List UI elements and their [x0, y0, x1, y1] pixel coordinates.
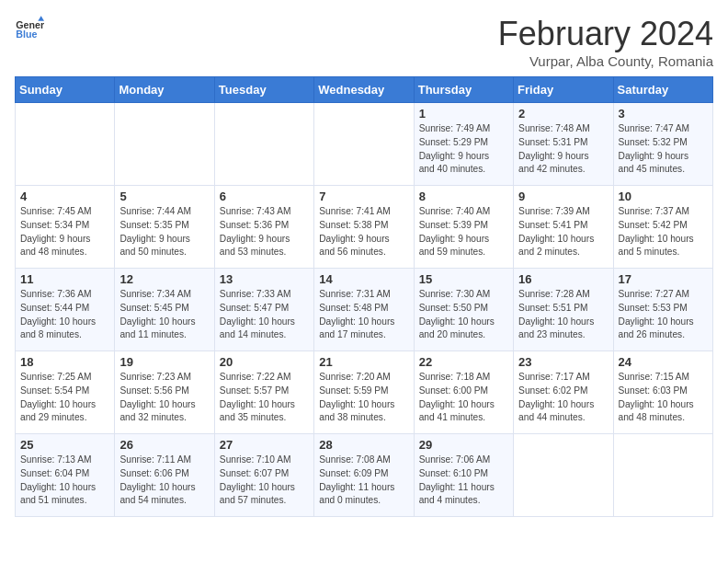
day-number: 27 [220, 438, 309, 452]
calendar-cell: 13Sunrise: 7:33 AMSunset: 5:47 PMDayligh… [214, 269, 313, 351]
calendar-week-row: 1Sunrise: 7:49 AMSunset: 5:29 PMDaylight… [16, 103, 713, 186]
header-day-thursday: Thursday [414, 77, 513, 103]
calendar-cell: 27Sunrise: 7:10 AMSunset: 6:07 PMDayligh… [214, 434, 313, 517]
cell-content: Sunrise: 7:41 AMSunset: 5:38 PMDaylight:… [319, 205, 408, 259]
cell-content: Sunrise: 7:23 AMSunset: 5:56 PMDaylight:… [119, 371, 209, 425]
day-number: 26 [119, 438, 209, 452]
day-number: 29 [419, 438, 508, 452]
calendar-cell: 4Sunrise: 7:45 AMSunset: 5:34 PMDaylight… [16, 186, 115, 269]
calendar-cell: 20Sunrise: 7:22 AMSunset: 5:57 PMDayligh… [214, 351, 313, 434]
calendar-cell: 23Sunrise: 7:17 AMSunset: 6:02 PMDayligh… [514, 351, 613, 434]
calendar-cell: 9Sunrise: 7:39 AMSunset: 5:41 PMDaylight… [514, 186, 613, 269]
cell-content: Sunrise: 7:13 AMSunset: 6:04 PMDaylight:… [20, 454, 109, 508]
day-number: 20 [220, 355, 309, 369]
cell-content: Sunrise: 7:20 AMSunset: 5:59 PMDaylight:… [319, 371, 408, 425]
day-number: 8 [419, 190, 508, 203]
day-number: 2 [518, 107, 608, 121]
day-number: 25 [20, 438, 109, 452]
day-number: 15 [419, 272, 508, 286]
calendar-cell: 1Sunrise: 7:49 AMSunset: 5:29 PMDaylight… [414, 103, 513, 186]
header-day-wednesday: Wednesday [314, 77, 414, 103]
day-number: 10 [619, 190, 708, 203]
cell-content: Sunrise: 7:31 AMSunset: 5:48 PMDaylight:… [319, 288, 408, 342]
day-number: 12 [119, 272, 209, 286]
calendar-cell: 26Sunrise: 7:11 AMSunset: 6:06 PMDayligh… [115, 434, 214, 517]
cell-content: Sunrise: 7:48 AMSunset: 5:31 PMDaylight:… [518, 122, 608, 177]
svg-text:Blue: Blue [16, 29, 37, 40]
cell-content: Sunrise: 7:06 AMSunset: 6:10 PMDaylight:… [419, 454, 508, 508]
cell-content: Sunrise: 7:37 AMSunset: 5:42 PMDaylight:… [619, 205, 708, 259]
header-day-sunday: Sunday [16, 77, 115, 103]
cell-content: Sunrise: 7:47 AMSunset: 5:32 PMDaylight:… [619, 122, 708, 177]
calendar-cell: 15Sunrise: 7:30 AMSunset: 5:50 PMDayligh… [414, 269, 513, 351]
cell-content: Sunrise: 7:34 AMSunset: 5:45 PMDaylight:… [119, 288, 209, 342]
cell-content: Sunrise: 7:25 AMSunset: 5:54 PMDaylight:… [20, 371, 109, 425]
calendar-cell [16, 103, 115, 186]
day-number: 4 [20, 190, 109, 203]
calendar-week-row: 4Sunrise: 7:45 AMSunset: 5:34 PMDaylight… [16, 186, 713, 269]
calendar-cell: 8Sunrise: 7:40 AMSunset: 5:39 PMDaylight… [414, 186, 513, 269]
cell-content: Sunrise: 7:39 AMSunset: 5:41 PMDaylight:… [518, 205, 608, 259]
calendar-cell: 29Sunrise: 7:06 AMSunset: 6:10 PMDayligh… [414, 434, 513, 517]
calendar-week-row: 18Sunrise: 7:25 AMSunset: 5:54 PMDayligh… [16, 351, 713, 434]
calendar-cell: 7Sunrise: 7:41 AMSunset: 5:38 PMDaylight… [314, 186, 414, 269]
cell-content: Sunrise: 7:33 AMSunset: 5:47 PMDaylight:… [220, 288, 309, 342]
calendar-cell: 17Sunrise: 7:27 AMSunset: 5:53 PMDayligh… [613, 269, 712, 351]
svg-marker-2 [38, 16, 44, 20]
calendar-cell: 6Sunrise: 7:43 AMSunset: 5:36 PMDaylight… [214, 186, 313, 269]
day-number: 24 [619, 355, 708, 369]
calendar-week-row: 25Sunrise: 7:13 AMSunset: 6:04 PMDayligh… [16, 434, 713, 517]
cell-content: Sunrise: 7:10 AMSunset: 6:07 PMDaylight:… [220, 454, 309, 508]
day-number: 22 [419, 355, 508, 369]
calendar-cell: 3Sunrise: 7:47 AMSunset: 5:32 PMDaylight… [613, 103, 712, 186]
calendar-cell: 22Sunrise: 7:18 AMSunset: 6:00 PMDayligh… [414, 351, 513, 434]
cell-content: Sunrise: 7:45 AMSunset: 5:34 PMDaylight:… [20, 205, 109, 259]
calendar-cell [613, 434, 712, 517]
cell-content: Sunrise: 7:17 AMSunset: 6:02 PMDaylight:… [518, 371, 608, 425]
calendar-cell [214, 103, 313, 186]
cell-content: Sunrise: 7:08 AMSunset: 6:09 PMDaylight:… [319, 454, 408, 508]
calendar-cell: 11Sunrise: 7:36 AMSunset: 5:44 PMDayligh… [16, 269, 115, 351]
calendar-cell: 2Sunrise: 7:48 AMSunset: 5:31 PMDaylight… [514, 103, 613, 186]
calendar-cell: 19Sunrise: 7:23 AMSunset: 5:56 PMDayligh… [115, 351, 214, 434]
calendar-cell: 14Sunrise: 7:31 AMSunset: 5:48 PMDayligh… [314, 269, 414, 351]
day-number: 16 [518, 272, 608, 286]
day-number: 13 [220, 272, 309, 286]
cell-content: Sunrise: 7:15 AMSunset: 6:03 PMDaylight:… [619, 371, 708, 425]
calendar-header-row: SundayMondayTuesdayWednesdayThursdayFrid… [16, 77, 713, 103]
cell-content: Sunrise: 7:27 AMSunset: 5:53 PMDaylight:… [619, 288, 708, 342]
day-number: 3 [619, 107, 708, 121]
month-title: February 2024 [498, 15, 713, 53]
day-number: 14 [319, 272, 408, 286]
calendar-cell: 21Sunrise: 7:20 AMSunset: 5:59 PMDayligh… [314, 351, 414, 434]
day-number: 11 [20, 272, 109, 286]
header-day-tuesday: Tuesday [214, 77, 313, 103]
day-number: 1 [419, 107, 508, 121]
cell-content: Sunrise: 7:44 AMSunset: 5:35 PMDaylight:… [119, 205, 209, 259]
calendar-cell: 5Sunrise: 7:44 AMSunset: 5:35 PMDaylight… [115, 186, 214, 269]
cell-content: Sunrise: 7:49 AMSunset: 5:29 PMDaylight:… [419, 122, 508, 177]
calendar-cell: 28Sunrise: 7:08 AMSunset: 6:09 PMDayligh… [314, 434, 414, 517]
calendar-cell: 10Sunrise: 7:37 AMSunset: 5:42 PMDayligh… [613, 186, 712, 269]
title-area: February 2024 Vurpar, Alba County, Roman… [498, 15, 713, 69]
day-number: 9 [518, 190, 608, 203]
calendar-cell: 16Sunrise: 7:28 AMSunset: 5:51 PMDayligh… [514, 269, 613, 351]
calendar-cell: 18Sunrise: 7:25 AMSunset: 5:54 PMDayligh… [16, 351, 115, 434]
cell-content: Sunrise: 7:36 AMSunset: 5:44 PMDaylight:… [20, 288, 109, 342]
day-number: 18 [20, 355, 109, 369]
calendar-cell: 24Sunrise: 7:15 AMSunset: 6:03 PMDayligh… [613, 351, 712, 434]
day-number: 19 [119, 355, 209, 369]
cell-content: Sunrise: 7:11 AMSunset: 6:06 PMDaylight:… [119, 454, 209, 508]
day-number: 23 [518, 355, 608, 369]
cell-content: Sunrise: 7:40 AMSunset: 5:39 PMDaylight:… [419, 205, 508, 259]
header: General Blue February 2024 Vurpar, Alba … [15, 15, 713, 69]
cell-content: Sunrise: 7:22 AMSunset: 5:57 PMDaylight:… [220, 371, 309, 425]
calendar-table: SundayMondayTuesdayWednesdayThursdayFrid… [15, 76, 713, 517]
calendar-week-row: 11Sunrise: 7:36 AMSunset: 5:44 PMDayligh… [16, 269, 713, 351]
cell-content: Sunrise: 7:28 AMSunset: 5:51 PMDaylight:… [518, 288, 608, 342]
location-title: Vurpar, Alba County, Romania [498, 53, 713, 69]
cell-content: Sunrise: 7:30 AMSunset: 5:50 PMDaylight:… [419, 288, 508, 342]
day-number: 28 [319, 438, 408, 452]
day-number: 6 [220, 190, 309, 203]
calendar-cell [514, 434, 613, 517]
